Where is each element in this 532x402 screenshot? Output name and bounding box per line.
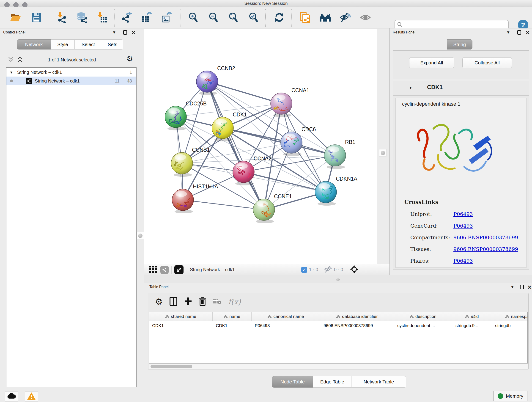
- edge-CDK1-RB1[interactable]: [223, 128, 335, 155]
- float-panel-icon[interactable]: [517, 30, 521, 36]
- first-neighbors-button[interactable]: [318, 11, 332, 25]
- crosslink-value-link[interactable]: P06493: [453, 258, 473, 264]
- network-row[interactable]: String Network – cdk1 11 48: [6, 77, 136, 85]
- export-network-button[interactable]: [120, 11, 134, 25]
- birds-eye-view-icon[interactable]: [350, 265, 359, 274]
- horizontal-splitter-handle[interactable]: [336, 279, 340, 281]
- table-cell[interactable]: P06493: [252, 321, 320, 330]
- column-header[interactable]: namespace: [492, 312, 528, 321]
- collapse-panel-icon[interactable]: ▼: [506, 30, 510, 35]
- detach-view-icon[interactable]: [174, 265, 184, 274]
- node-CDKN1A[interactable]: CDKN1A: [315, 176, 357, 206]
- node-HIST1H1A[interactable]: HIST1H1A: [172, 184, 218, 213]
- scrollbar-thumb[interactable]: [151, 365, 192, 368]
- selected-checkbox-icon[interactable]: ✓: [301, 267, 307, 273]
- node-CCNB2[interactable]: CCNB2: [196, 65, 235, 95]
- close-panel-icon[interactable]: ✕: [131, 30, 135, 36]
- string-network-graph[interactable]: CCNB2CCNA1CDC25BCDK1CDC6RB1CCNB1CCNA2CDK…: [144, 29, 377, 264]
- edge-HIST1H1A-CCNE1[interactable]: [183, 200, 264, 210]
- tab-string[interactable]: String: [447, 39, 472, 50]
- right-splitter-handle[interactable]: [379, 149, 386, 157]
- save-session-button[interactable]: [29, 11, 44, 25]
- export-table-button[interactable]: [139, 11, 154, 25]
- node-RB1[interactable]: RB1: [324, 139, 355, 169]
- gene-result-box: ▼ CDK1 cyclin-dependent kinase 1: [393, 81, 529, 270]
- toolbar-separator: [51, 9, 51, 27]
- crosslink-value-link[interactable]: 9606.ENSP00000378699: [453, 246, 518, 252]
- gene-expander-icon[interactable]: ▼: [409, 86, 412, 90]
- column-header[interactable]: database identifier: [320, 312, 394, 321]
- tab-style[interactable]: Style: [51, 39, 75, 50]
- edge-CCNB2-CCNE1[interactable]: [207, 82, 264, 210]
- delete-column-trash-icon[interactable]: [199, 297, 206, 307]
- control-panel: Control Panel ▼ ✕ Network Style Select S…: [0, 28, 144, 390]
- tab-network-table[interactable]: Network Table: [351, 376, 406, 388]
- close-panel-icon[interactable]: ✕: [527, 284, 532, 290]
- table-cell[interactable]: CDK1: [213, 321, 252, 330]
- collapse-panel-icon[interactable]: ▼: [510, 285, 514, 289]
- warnings-button[interactable]: [25, 391, 38, 402]
- collapse-all-button[interactable]: Collapse All: [462, 57, 512, 68]
- tab-select[interactable]: Select: [75, 39, 102, 50]
- table-cell[interactable]: CDK1: [149, 321, 213, 330]
- collapse-panel-icon[interactable]: ▼: [112, 30, 116, 35]
- network-canvas[interactable]: CCNB2CCNA1CDC25BCDK1CDC6RB1CCNB1CCNA2CDK…: [144, 29, 377, 264]
- tab-edge-table[interactable]: Edge Table: [313, 376, 351, 388]
- node-table-header: shared namenamecanonical namedatabase id…: [149, 312, 527, 321]
- table-cell[interactable]: stringdb: [492, 321, 528, 330]
- tab-sets[interactable]: Sets: [102, 39, 123, 50]
- zoom-in-button[interactable]: [186, 11, 201, 25]
- table-horizontal-scrollbar[interactable]: [149, 364, 528, 369]
- import-network-file-button[interactable]: [55, 11, 70, 25]
- table-cell[interactable]: 9606.ENSP00000378699: [320, 321, 394, 330]
- tab-node-table[interactable]: Node Table: [272, 376, 313, 388]
- node-CDC25B[interactable]: CDC25B: [165, 101, 207, 130]
- duplicate-network-button[interactable]: [298, 11, 312, 25]
- tab-network[interactable]: Network: [17, 39, 51, 50]
- left-splitter-handle[interactable]: [137, 232, 144, 239]
- duplicate-network-icon: [300, 12, 310, 24]
- grid-view-icon[interactable]: [149, 266, 157, 274]
- open-session-button[interactable]: [8, 11, 23, 25]
- column-header[interactable]: shared name: [149, 312, 213, 321]
- close-panel-icon[interactable]: ✕: [526, 30, 530, 36]
- table-cell[interactable]: stringdb:9...: [452, 321, 492, 330]
- column-header[interactable]: description: [394, 312, 452, 321]
- import-network-database-button[interactable]: [75, 11, 89, 25]
- column-header[interactable]: canonical name: [252, 312, 320, 321]
- table-cell[interactable]: cyclin-dependent ...: [394, 321, 452, 330]
- export-image-button[interactable]: [159, 11, 174, 25]
- network-view-toolbar: String Network – cdk1 ✓ 1 - 0 0 - 0: [144, 264, 389, 275]
- float-panel-icon[interactable]: [123, 30, 127, 36]
- zoom-selected-button[interactable]: [246, 11, 261, 25]
- table-row[interactable]: CDK1CDK1P064939606.ENSP00000378699cyclin…: [149, 321, 527, 330]
- tree-expander-icon[interactable]: ▼: [10, 70, 13, 74]
- add-column-icon[interactable]: [184, 297, 192, 307]
- float-panel-icon[interactable]: [520, 285, 524, 290]
- expand-all-button[interactable]: Expand All: [409, 57, 454, 68]
- node-table[interactable]: shared namenamecanonical namedatabase id…: [149, 312, 528, 364]
- node-label-CDK1: CDK1: [233, 112, 247, 118]
- zoom-fit-button[interactable]: [226, 11, 241, 25]
- hide-selected-button[interactable]: [338, 11, 353, 25]
- show-columns-icon[interactable]: [170, 297, 177, 307]
- column-header[interactable]: name: [213, 312, 252, 321]
- column-header[interactable]: @id: [452, 312, 492, 321]
- network-type-icon[interactable]: [160, 266, 169, 274]
- table-options-gear-icon[interactable]: ⚙: [155, 298, 163, 306]
- edge-CCNB2-CCNA1[interactable]: [207, 82, 281, 104]
- column-header-label: @id: [471, 314, 479, 319]
- search-input[interactable]: [403, 23, 508, 27]
- network-collection-row[interactable]: ▼ String Network – cdk1 1: [6, 68, 136, 77]
- node-CCNA1[interactable]: CCNA1: [271, 87, 309, 117]
- crosslink-value-link[interactable]: 9606.ENSP00000378699: [453, 235, 518, 240]
- show-all-button[interactable]: [358, 11, 373, 25]
- zoom-out-button[interactable]: [206, 11, 221, 25]
- cloud-status-button[interactable]: [5, 391, 18, 402]
- memory-button[interactable]: Memory: [494, 391, 527, 401]
- crosslink-value-link[interactable]: P06493: [453, 223, 473, 229]
- crosslink-value-link[interactable]: P06493: [453, 211, 473, 217]
- import-table-file-button[interactable]: [95, 11, 110, 25]
- refresh-view-button[interactable]: [272, 11, 287, 25]
- network-options-gear-icon[interactable]: ⚙: [127, 55, 133, 62]
